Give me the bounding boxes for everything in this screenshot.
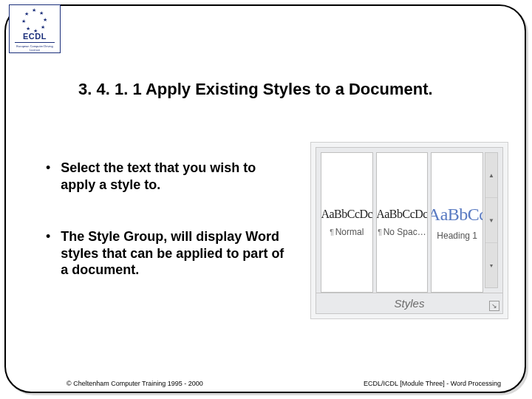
gallery-scroll[interactable]: ▲ ▼ ▾ [485, 152, 498, 288]
style-tile-normal[interactable]: AaBbCcDc ¶Normal [321, 152, 373, 293]
styles-gallery: AaBbCcDc ¶Normal AaBbCcDc ¶No Spac… AaBb… [310, 142, 508, 319]
bullet-text: Select the text that you wish to apply a… [61, 160, 290, 193]
scroll-up-icon[interactable]: ▲ [485, 153, 497, 198]
bullet-text: The Style Group, will display Word style… [61, 228, 290, 279]
styles-group-label: Styles [395, 297, 425, 310]
bullet-dot-icon: • [46, 228, 50, 245]
footer-module: ECDL/ICDL [Module Three] - Word Processi… [364, 380, 501, 387]
style-tile-no-spacing[interactable]: AaBbCcDc ¶No Spac… [376, 152, 429, 293]
style-sample: AaBbCc [431, 205, 483, 225]
scroll-down-icon[interactable]: ▼ [485, 198, 497, 243]
bullet-dot-icon: • [46, 160, 50, 176]
styles-group-footer: Styles ↘ [316, 293, 502, 313]
styles-gallery-inner: AaBbCcDc ¶Normal AaBbCcDc ¶No Spac… AaBb… [316, 147, 503, 314]
bullet-list: • Select the text that you wish to apply… [46, 160, 290, 314]
style-sample: AaBbCcDc [321, 208, 372, 221]
gallery-expand-icon[interactable]: ▾ [485, 243, 497, 287]
eu-stars-icon: ★ ★ ★ ★ ★ ★ ★ ★ [21, 8, 48, 33]
dialog-launcher-icon[interactable]: ↘ [489, 301, 499, 311]
style-sample: AaBbCcDc [376, 208, 428, 221]
logo-divider [15, 42, 55, 43]
styles-row: AaBbCcDc ¶Normal AaBbCcDc ¶No Spac… AaBb… [316, 148, 502, 293]
logo-subtitle: European Computer Driving Licence [15, 45, 55, 52]
style-name: ¶No Spac… [378, 227, 426, 237]
pilcrow-icon: ¶ [378, 228, 381, 236]
footer-copyright: © Cheltenham Computer Training 1995 - 20… [66, 380, 203, 387]
list-item: • The Style Group, will display Word sty… [46, 228, 290, 279]
style-tile-heading1[interactable]: AaBbCc Heading 1 [431, 152, 483, 293]
slide: ★ ★ ★ ★ ★ ★ ★ ★ ECDL European Computer D… [0, 0, 532, 399]
ecdl-logo: ★ ★ ★ ★ ★ ★ ★ ★ ECDL European Computer D… [9, 4, 61, 53]
style-name: Heading 1 [437, 231, 477, 241]
list-item: • Select the text that you wish to apply… [46, 160, 290, 193]
style-name: ¶Normal [330, 227, 364, 237]
slide-title: 3. 4. 1. 1 Apply Existing Styles to a Do… [78, 80, 433, 99]
pilcrow-icon: ¶ [330, 228, 333, 236]
